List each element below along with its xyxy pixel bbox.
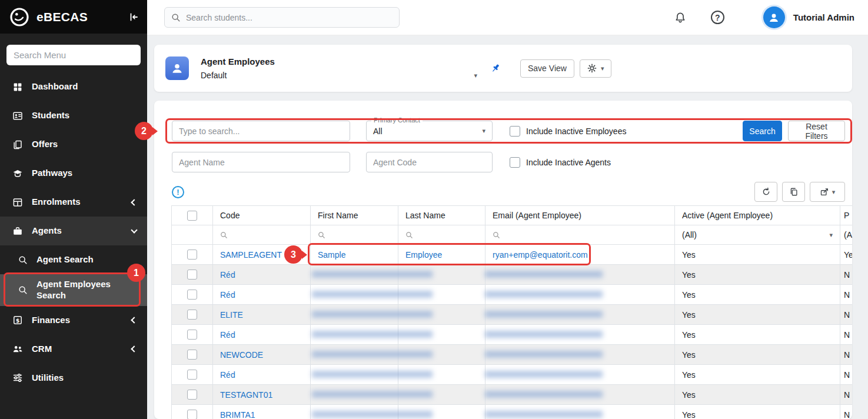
code-link[interactable]: Réd xyxy=(220,370,235,380)
table-row[interactable]: Réd Yes N xyxy=(172,285,853,305)
chevron-down-icon: ▾ xyxy=(482,128,485,134)
column-header-last-name[interactable]: Last Name xyxy=(398,206,485,225)
topbar-actions: ? Tutorial Admin xyxy=(674,6,854,28)
include-inactive-agents-checkbox[interactable] xyxy=(510,157,520,168)
last-name-link[interactable]: Employee xyxy=(405,250,442,260)
sidebar-item-label: Pathways xyxy=(32,168,72,179)
first-name-link[interactable]: Sample xyxy=(318,250,345,260)
row-checkbox[interactable] xyxy=(187,410,197,419)
table-row[interactable]: ELITE Yes N xyxy=(172,305,853,325)
code-link[interactable]: TESTAGNT01 xyxy=(220,390,272,400)
export-button[interactable]: ▾ xyxy=(810,182,845,202)
finances-icon xyxy=(12,315,23,325)
sidebar-search-input[interactable] xyxy=(6,45,141,65)
app-window: eBECAS Dashboard Students Offers Pathway… xyxy=(0,0,868,419)
results-table: Code First Name Last Name Email (Agent E… xyxy=(171,205,852,419)
first-name-column-filter[interactable] xyxy=(318,231,391,239)
topbar: ? Tutorial Admin xyxy=(147,0,868,35)
sidebar-collapse-icon[interactable] xyxy=(128,12,139,22)
search-icon xyxy=(18,285,28,295)
table-row[interactable]: TESTAGNT01 Yes N xyxy=(172,385,853,405)
global-search[interactable] xyxy=(164,7,400,28)
reset-filters-button[interactable]: Reset Filters xyxy=(788,121,845,141)
sidebar-item-enrolments[interactable]: Enrolments xyxy=(0,188,147,217)
column-header-active[interactable]: Active (Agent Employee) xyxy=(675,206,840,225)
row-checkbox[interactable] xyxy=(187,250,197,260)
code-link[interactable]: Réd xyxy=(220,270,235,280)
sidebar-item-agents[interactable]: Agents xyxy=(0,217,147,245)
table-row[interactable]: NEWCODE Yes N xyxy=(172,345,853,365)
view-settings-button[interactable]: ▾ xyxy=(580,59,612,78)
row-checkbox[interactable] xyxy=(187,370,197,380)
primary-cell: N xyxy=(840,285,853,305)
code-column-filter[interactable] xyxy=(220,231,303,239)
sidebar-item-agent-employees-search[interactable]: Agent Employees Search xyxy=(0,274,147,306)
row-checkbox[interactable] xyxy=(187,350,197,360)
sidebar-item-label: Agent Employees Search xyxy=(36,279,125,301)
code-link[interactable]: ELITE xyxy=(220,310,243,320)
table-row[interactable]: Réd Yes N xyxy=(172,325,853,345)
sidebar-item-dashboard[interactable]: Dashboard xyxy=(0,72,147,101)
code-link[interactable]: BRIMTA1 xyxy=(220,410,255,419)
sidebar-item-agent-search[interactable]: Agent Search xyxy=(0,245,147,274)
row-checkbox[interactable] xyxy=(187,330,197,340)
save-view-button[interactable]: Save View xyxy=(520,59,574,78)
code-link[interactable]: Réd xyxy=(220,290,235,300)
refresh-icon xyxy=(761,187,771,197)
active-column-filter[interactable]: (All)▾ xyxy=(682,230,833,240)
primary-contact-select[interactable]: Primary Contact All ▾ xyxy=(366,121,493,141)
pin-view-icon[interactable] xyxy=(490,63,501,74)
table-row[interactable]: BRIMTA1 Yes N xyxy=(172,405,853,419)
primary-contact-label: Primary Contact xyxy=(371,117,423,124)
help-icon[interactable]: ? xyxy=(711,11,724,24)
table-header-row: Code First Name Last Name Email (Agent E… xyxy=(172,206,853,225)
agent-name-input[interactable] xyxy=(172,152,350,172)
row-checkbox[interactable] xyxy=(187,290,197,300)
code-link[interactable]: SAMPLEAGENT xyxy=(220,250,282,260)
select-all-checkbox[interactable] xyxy=(187,211,197,221)
table-row[interactable]: SAMPLEAGENT Sample Employee ryan+emp@equ… xyxy=(172,245,853,265)
email-link[interactable]: ryan+emp@equatorit.com xyxy=(493,250,588,260)
view-select-value: Default xyxy=(201,71,227,80)
primary-cell: N xyxy=(840,325,853,345)
row-checkbox[interactable] xyxy=(187,270,197,280)
sidebar-item-finances[interactable]: Finances xyxy=(0,306,147,335)
user-avatar[interactable] xyxy=(763,6,785,28)
copy-button[interactable] xyxy=(782,182,805,202)
code-link[interactable]: Réd xyxy=(220,330,235,340)
chevron-down-icon: ▾ xyxy=(829,232,833,238)
table-row[interactable]: Réd Yes N xyxy=(172,365,853,385)
global-search-input[interactable] xyxy=(186,13,393,22)
sidebar-search xyxy=(0,34,147,72)
column-header-first-name[interactable]: First Name xyxy=(311,206,398,225)
active-cell: Yes xyxy=(675,385,840,405)
info-icon[interactable]: ! xyxy=(172,186,184,198)
sidebar-item-label: Finances xyxy=(32,315,70,326)
chevron-down-icon: ▾ xyxy=(601,65,604,72)
view-select[interactable]: Default ▾ xyxy=(201,71,477,80)
notifications-bell-icon[interactable] xyxy=(674,12,686,24)
row-checkbox[interactable] xyxy=(187,310,197,320)
column-header-code[interactable]: Code xyxy=(213,206,311,225)
sidebar-item-utilities[interactable]: Utilities xyxy=(0,364,147,393)
sidebar-item-crm[interactable]: CRM xyxy=(0,335,147,364)
agent-code-input[interactable] xyxy=(366,152,493,172)
table-row[interactable]: Réd Yes N xyxy=(172,265,853,285)
primary-column-filter[interactable]: (A xyxy=(844,230,852,240)
quick-search-input[interactable] xyxy=(172,121,350,141)
code-link[interactable]: NEWCODE xyxy=(220,350,263,360)
row-checkbox[interactable] xyxy=(187,390,197,400)
sidebar-item-students[interactable]: Students xyxy=(0,101,147,130)
chevron-down-icon: ▾ xyxy=(832,189,836,195)
active-cell: Yes xyxy=(675,305,840,325)
include-inactive-employees-checkbox[interactable] xyxy=(510,126,520,137)
email-column-filter[interactable] xyxy=(493,231,667,239)
column-header-primary[interactable]: P xyxy=(840,206,853,225)
sidebar-item-pathways[interactable]: Pathways xyxy=(0,159,147,188)
column-header-email[interactable]: Email (Agent Employee) xyxy=(485,206,675,225)
sidebar-item-offers[interactable]: Offers xyxy=(0,130,147,159)
search-button[interactable]: Search xyxy=(743,121,782,141)
export-icon xyxy=(820,187,829,197)
last-name-column-filter[interactable] xyxy=(405,231,478,239)
refresh-button[interactable] xyxy=(754,182,777,202)
